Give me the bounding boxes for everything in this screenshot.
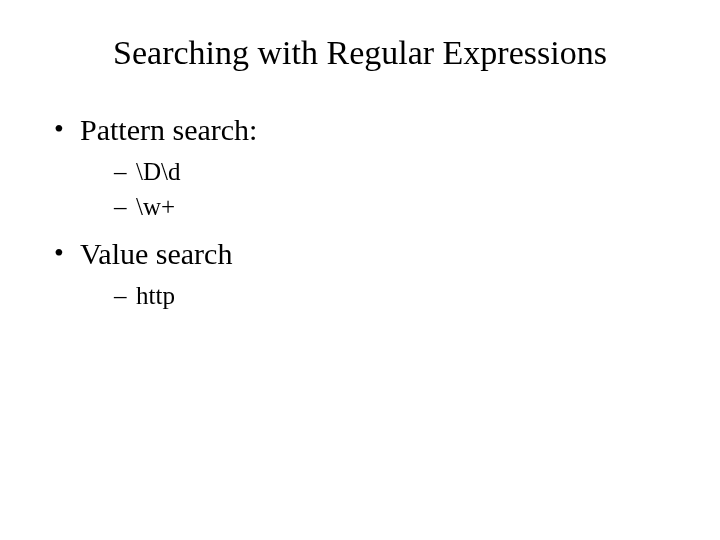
- list-item: Value search http: [54, 234, 666, 312]
- sub-bullet-label: http: [136, 282, 175, 309]
- bullet-list: Pattern search: \D\d \w+ Value search ht…: [54, 110, 666, 312]
- list-item: Pattern search: \D\d \w+: [54, 110, 666, 224]
- bullet-label: Pattern search:: [80, 113, 257, 146]
- slide: Searching with Regular Expressions Patte…: [0, 0, 720, 540]
- list-item: \w+: [114, 190, 666, 224]
- sub-list: \D\d \w+: [80, 155, 666, 225]
- sub-bullet-label: \D\d: [136, 158, 180, 185]
- sub-bullet-label: \w+: [136, 193, 175, 220]
- list-item: http: [114, 279, 666, 313]
- bullet-label: Value search: [80, 237, 232, 270]
- sub-list: http: [80, 279, 666, 313]
- slide-title: Searching with Regular Expressions: [54, 34, 666, 72]
- list-item: \D\d: [114, 155, 666, 189]
